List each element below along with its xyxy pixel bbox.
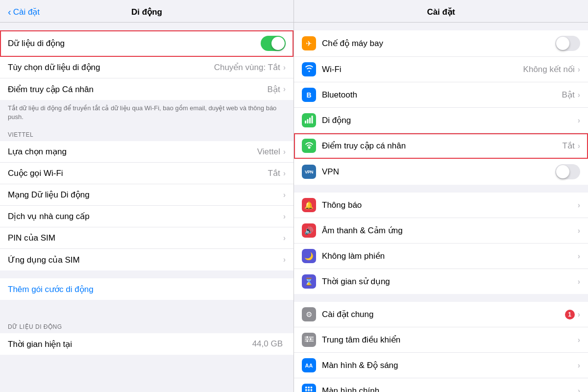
viettel-settings-list: Lựa chọn mạng Viettel › Cuộc gọi Wi-Fi T… [0,141,294,270]
time-label: Thời gian hiện tại [8,339,252,349]
khong-lam-phien-row[interactable]: 🌙 Không làm phiền › [294,244,588,269]
thoi-gian-row[interactable]: ⌛ Thời gian sử dụng › [294,269,588,294]
mang-du-lieu-chevron-icon: › [283,191,286,199]
diem-truy-cap-row[interactable]: Điểm truy cập Cá nhân Bật › [0,78,294,100]
bell-icon: 🔔 [304,201,314,210]
di-dong-row[interactable]: Di động › [294,108,588,133]
controls-icon-wrap [302,333,316,347]
diem-truy-cap-value: Bật [268,84,280,95]
mang-du-lieu-row[interactable]: Mạng Dữ liệu Di động › [0,184,294,206]
connectivity-group: ✈ Chế độ máy bay Wi-Fi Không kết nối [294,30,588,185]
wifi-icon-wrap [302,62,316,76]
add-package-list: Thêm gói cước di động [0,278,294,300]
man-hinh-chevron-icon: › [578,361,580,370]
bluetooth-label: Bluetooth [322,90,562,100]
left-nav-title: Di động [131,7,162,17]
viettel-group: VIETTEL Lựa chọn mạng Viettel › Cuộc gọi… [0,131,294,270]
back-button[interactable]: ‹ Cài đặt [8,6,40,18]
display-icon: AA [305,363,313,368]
add-package-row[interactable]: Thêm gói cước di động [0,278,294,300]
svg-rect-17 [305,389,307,391]
wifi-icon [305,65,314,74]
svg-rect-19 [310,389,312,391]
bluetooth-icon-wrap: B [302,88,316,102]
trung-tam-row[interactable]: Trung tâm điều khiển › [294,327,588,353]
left-nav-bar: ‹ Cài đặt Di động [0,0,294,23]
toggle-knob [271,37,285,50]
left-panel: ‹ Cài đặt Di động Dữ liệu di động Tùy ch… [0,0,294,392]
dich-vu-label: Dịch vụ nhà cung cấp [8,211,283,221]
lua-chon-chevron-icon: › [283,147,286,156]
am-thanh-row[interactable]: 🔊 Âm thanh & Cảm ứng › [294,218,588,244]
bluetooth-row[interactable]: B Bluetooth Bật › [294,82,588,108]
back-chevron-icon: ‹ [8,6,11,18]
am-thanh-chevron-icon: › [578,226,580,235]
di-dong-chevron-icon: › [578,116,580,125]
right-nav-bar: Cài đặt [294,0,588,23]
controls-icon [305,335,314,344]
diem-truy-cap-chevron-icon: › [283,85,286,94]
svg-rect-1 [307,119,308,123]
gear-icon: ⚙ [306,310,312,319]
du-lieu-di-dong-toggle[interactable] [261,36,286,51]
vpn-row[interactable]: VPN VPN [294,159,588,185]
ung-dung-sim-label: Ứng dụng của SIM [8,255,283,265]
ung-dung-sim-chevron-icon: › [283,255,286,264]
svg-rect-3 [311,116,313,123]
airplane-row[interactable]: ✈ Chế độ máy bay [294,30,588,57]
general-list: ⚙ Cài đặt chung 1 › [294,302,588,392]
svg-rect-18 [308,389,310,391]
ung-dung-sim-row[interactable]: Ứng dụng của SIM › [0,249,294,270]
data-section-label: DỮ LIỆU DI ĐỘNG [0,323,294,333]
vpn-toggle[interactable] [555,164,580,179]
hourglass-icon: ⌛ [304,277,314,286]
airplane-toggle[interactable] [555,36,580,51]
right-nav-title: Cài đặt [427,7,455,17]
hotspot-chevron-icon: › [578,142,580,150]
back-label: Cài đặt [13,7,40,17]
man-hinh-row[interactable]: AA Màn hình & Độ sáng › [294,353,588,378]
cuoc-goi-wifi-row[interactable]: Cuộc gọi Wi-Fi Tắt › [0,163,294,184]
cai-dat-chung-row[interactable]: ⚙ Cài đặt chung 1 › [294,302,588,327]
bluetooth-value: Bật [562,90,575,100]
cuoc-goi-value: Tắt [268,168,280,178]
pin-sim-chevron-icon: › [283,234,286,243]
vpn-label: VPN [322,167,555,177]
man-hinh-chinh-label: Màn hình chính [322,386,578,392]
du-lieu-di-dong-label: Dữ liệu di động [8,38,261,49]
lua-chon-mang-row[interactable]: Lựa chọn mạng Viettel › [0,141,294,163]
thong-bao-row[interactable]: 🔔 Thông báo › [294,193,588,218]
di-dong-icon-wrap [302,113,316,127]
hotspot-row[interactable]: Điểm truy cập cá nhân Tắt › [294,133,588,159]
time-row[interactable]: Thời gian hiện tại 44,0 GB [0,333,294,355]
thong-bao-label: Thông báo [322,200,578,210]
svg-rect-16 [310,387,312,389]
wifi-value: Không kết nối [523,64,575,74]
du-lieu-di-dong-row[interactable]: Dữ liệu di động [0,30,294,57]
vpn-toggle-knob [556,165,569,178]
vpn-icon-wrap: VPN [302,165,316,179]
dich-vu-row[interactable]: Dịch vụ nhà cung cấp › [0,206,294,227]
data-section-list: Thời gian hiện tại 44,0 GB [0,333,294,355]
thoi-gian-chevron-icon: › [578,277,580,286]
man-hinh-label: Màn hình & Độ sáng [322,360,578,370]
home-screen-icon [305,386,314,392]
pin-sim-row[interactable]: PIN của SIM › [0,227,294,249]
man-hinh-chinh-row[interactable]: Màn hình chính › [294,378,588,392]
svg-rect-15 [308,387,310,389]
signal-icon [305,116,314,125]
svg-rect-0 [305,121,306,123]
khong-lam-phien-chevron-icon: › [578,252,580,261]
tuy-chon-value: Chuyển vùng: Tắt [214,62,280,73]
cai-dat-chung-badge: 1 [565,310,575,319]
hotspot-label: Điểm truy cập cá nhân [322,141,563,151]
vpn-icon: VPN [305,170,313,174]
sound-icon-wrap: 🔊 [302,223,316,238]
diem-truy-cap-label: Điểm truy cập Cá nhân [8,84,268,95]
wifi-row[interactable]: Wi-Fi Không kết nối › [294,57,588,82]
pin-sim-label: PIN của SIM [8,233,283,243]
notifications-list: 🔔 Thông báo › 🔊 Âm thanh & Cảm ứng › 🌙 K… [294,193,588,294]
am-thanh-label: Âm thanh & Cảm ứng [322,225,578,236]
cai-dat-chung-chevron-icon: › [578,310,580,319]
tuy-chon-row[interactable]: Tùy chọn dữ liệu di động Chuyển vùng: Tắ… [0,57,294,78]
